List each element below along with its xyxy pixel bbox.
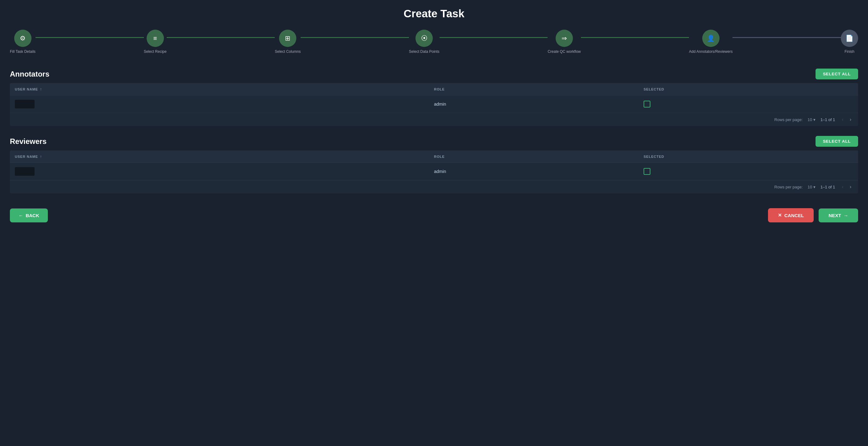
back-arrow-icon: ←: [19, 213, 23, 218]
reviewers-next-page-button[interactable]: ›: [848, 183, 853, 190]
step-finish: 📄 Finish: [841, 30, 858, 54]
annotators-col-role: ROLE: [434, 87, 644, 91]
step-label-6: Add Annotators/Reviewers: [689, 50, 733, 54]
annotators-select-all-button[interactable]: SELECT ALL: [815, 68, 858, 79]
annotators-rows-per-page-label: Rows per page:: [774, 117, 803, 122]
reviewers-select-all-button[interactable]: SELECT ALL: [815, 136, 858, 147]
step-label-5: Create QC workflow: [548, 50, 581, 54]
step-label-2: Select Recipe: [144, 50, 167, 54]
annotators-page-nav: ‹ ›: [840, 116, 853, 123]
username-block: [15, 100, 35, 109]
step-circle-3: ⊞: [279, 30, 296, 47]
reviewers-col-username: USER NAME ↑: [15, 154, 434, 159]
username-block: [15, 167, 35, 176]
annotators-header: Annotators SELECT ALL: [10, 68, 858, 79]
reviewers-rows-per-page-label: Rows per page:: [774, 185, 803, 189]
page-title: Create Task: [10, 7, 858, 20]
annotators-row-1-role: admin: [434, 101, 644, 107]
reviewers-rows-per-page-select[interactable]: 10 ▾: [807, 185, 815, 189]
reviewers-row-1-username: [15, 167, 434, 176]
step-add-annotators: 👤 Add Annotators/Reviewers: [689, 30, 733, 54]
step-label-4: Select Data Points: [409, 50, 439, 54]
step-circle-4: ⦿: [415, 30, 433, 47]
reviewers-section: Reviewers SELECT ALL USER NAME ↑ ROLE SE…: [10, 136, 858, 194]
connector-2-3: [167, 37, 275, 38]
reviewers-page-range: 1–1 of 1: [820, 185, 835, 189]
reviewers-header: Reviewers SELECT ALL: [10, 136, 858, 147]
chevron-down-icon: ▾: [813, 117, 815, 122]
annotators-page-range: 1–1 of 1: [820, 117, 835, 122]
reviewers-col-selected: SELECTED: [644, 154, 853, 159]
annotators-col-selected: SELECTED: [644, 87, 853, 91]
annotators-rows-per-page-select[interactable]: 10 ▾: [807, 117, 815, 122]
reviewers-row-1-selected: [644, 168, 853, 175]
right-actions: ✕ CANCEL NEXT →: [768, 208, 858, 222]
step-select-data-points: ⦿ Select Data Points: [409, 30, 439, 54]
annotators-row-1-selected: [644, 101, 853, 108]
step-label-1: Fill Task Details: [10, 50, 35, 54]
cancel-x-icon: ✕: [778, 212, 782, 218]
connector-4-5: [439, 37, 548, 38]
stepper: ⚙ Fill Task Details ≡ Select Recipe ⊞ Se…: [10, 30, 858, 54]
reviewers-pagination: Rows per page: 10 ▾ 1–1 of 1 ‹ ›: [10, 180, 858, 194]
chevron-down-icon: ▾: [813, 185, 815, 189]
step-select-recipe: ≡ Select Recipe: [144, 30, 167, 54]
annotators-title: Annotators: [10, 70, 50, 79]
step-label-3: Select Columns: [275, 50, 301, 54]
reviewers-page-nav: ‹ ›: [840, 183, 853, 190]
connector-3-4: [301, 37, 409, 38]
annotators-table-header: USER NAME ↑ ROLE SELECTED: [10, 83, 858, 95]
step-circle-1: ⚙: [14, 30, 31, 47]
annotators-checkbox-1[interactable]: [644, 101, 650, 108]
connector-5-6: [581, 37, 689, 38]
step-circle-2: ≡: [147, 30, 164, 47]
step-label-7: Finish: [844, 50, 855, 54]
sort-icon-username-annotators: ↑: [40, 87, 42, 91]
reviewers-table-header: USER NAME ↑ ROLE SELECTED: [10, 150, 858, 163]
reviewers-row-1-role: admin: [434, 169, 644, 174]
annotators-section: Annotators SELECT ALL USER NAME ↑ ROLE S…: [10, 68, 858, 126]
table-row: admin: [10, 95, 858, 113]
annotators-next-page-button[interactable]: ›: [848, 116, 853, 123]
cancel-button[interactable]: ✕ CANCEL: [768, 208, 814, 222]
reviewers-table: USER NAME ↑ ROLE SELECTED admin Rows per…: [10, 150, 858, 194]
sort-icon-username-reviewers: ↑: [40, 154, 42, 159]
connector-6-7: [733, 37, 841, 38]
annotators-table: USER NAME ↑ ROLE SELECTED admin Rows per…: [10, 83, 858, 126]
annotators-prev-page-button[interactable]: ‹: [840, 116, 845, 123]
step-circle-7: 📄: [841, 30, 858, 47]
step-circle-5: ⇒: [556, 30, 573, 47]
table-row: admin: [10, 163, 858, 180]
step-create-qc-workflow: ⇒ Create QC workflow: [548, 30, 581, 54]
step-fill-task-details: ⚙ Fill Task Details: [10, 30, 35, 54]
annotators-row-1-username: [15, 100, 434, 109]
reviewers-checkbox-1[interactable]: [644, 168, 650, 175]
reviewers-prev-page-button[interactable]: ‹: [840, 183, 845, 190]
back-button[interactable]: ← BACK: [10, 208, 48, 222]
next-button[interactable]: NEXT →: [818, 208, 858, 222]
step-circle-6: 👤: [702, 30, 719, 47]
next-arrow-icon: →: [844, 213, 848, 218]
step-select-columns: ⊞ Select Columns: [275, 30, 301, 54]
connector-1-2: [35, 37, 144, 38]
reviewers-title: Reviewers: [10, 137, 46, 146]
annotators-col-username: USER NAME ↑: [15, 87, 434, 91]
action-bar: ← BACK ✕ CANCEL NEXT →: [10, 203, 858, 222]
reviewers-col-role: ROLE: [434, 154, 644, 159]
annotators-pagination: Rows per page: 10 ▾ 1–1 of 1 ‹ ›: [10, 113, 858, 126]
